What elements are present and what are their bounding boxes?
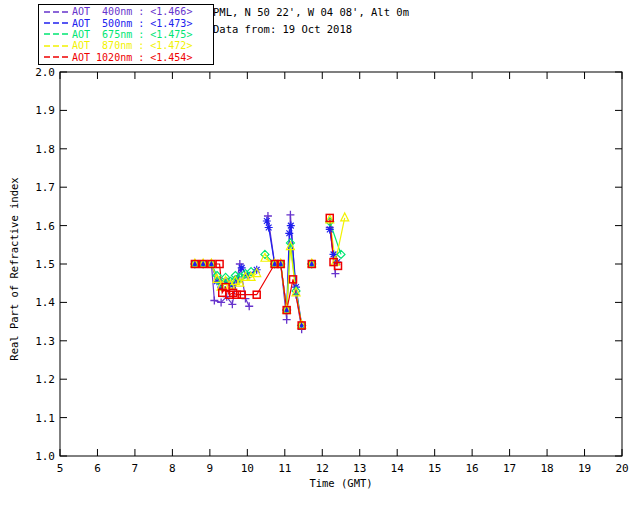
svg-text:1.9: 1.9	[35, 104, 55, 117]
svg-text:9: 9	[207, 462, 214, 475]
svg-text:18: 18	[540, 462, 553, 475]
legend-dash-icon	[43, 30, 69, 38]
svg-text:12: 12	[316, 462, 329, 475]
svg-text:7: 7	[132, 462, 139, 475]
legend-label: AOT 400nm : <1.466>	[72, 6, 192, 17]
legend-item-500nm: AOT 500nm : <1.473>	[43, 17, 213, 28]
svg-text:1.7: 1.7	[35, 181, 55, 194]
legend-item-870nm: AOT 870nm : <1.472>	[43, 40, 213, 51]
svg-text:1.5: 1.5	[35, 258, 55, 271]
legend-label: AOT 500nm : <1.473>	[72, 18, 192, 29]
aeronet-refractive-index-plot: 5678910111213141516171819201.01.11.21.31…	[0, 0, 640, 512]
svg-text:8: 8	[169, 462, 176, 475]
legend-item-1020nm: AOT 1020nm : <1.454>	[43, 52, 213, 63]
x-axis-title: Time (GMT)	[309, 477, 372, 489]
svg-text:1.4: 1.4	[35, 296, 55, 309]
legend-dash-icon	[43, 8, 69, 16]
svg-text:1.0: 1.0	[35, 450, 55, 463]
svg-text:1.8: 1.8	[35, 143, 55, 156]
svg-text:14: 14	[391, 462, 405, 475]
legend-item-400nm: AOT 400nm : <1.466>	[43, 6, 213, 17]
legend-dash-icon	[43, 42, 69, 50]
y-axis-title: Real Part of Refractive index	[8, 177, 20, 360]
svg-text:19: 19	[578, 462, 591, 475]
svg-text:2.0: 2.0	[35, 66, 55, 79]
legend-dash-icon	[43, 19, 69, 27]
svg-text:1.2: 1.2	[35, 373, 55, 386]
chart-canvas: 5678910111213141516171819201.01.11.21.31…	[0, 0, 640, 512]
legend-label: AOT 675nm : <1.475>	[72, 29, 192, 40]
data-date-text: Data from: 19 Oct 2018	[213, 23, 352, 35]
svg-text:17: 17	[503, 462, 516, 475]
legend-label: AOT 1020nm : <1.454>	[72, 52, 192, 63]
legend-dash-icon	[43, 53, 69, 61]
svg-text:5: 5	[57, 462, 64, 475]
svg-text:10: 10	[241, 462, 254, 475]
legend-label: AOT 870nm : <1.472>	[72, 40, 192, 51]
svg-text:1.6: 1.6	[35, 220, 55, 233]
svg-text:20: 20	[615, 462, 628, 475]
svg-text:13: 13	[353, 462, 366, 475]
svg-text:1.3: 1.3	[35, 335, 55, 348]
legend-item-675nm: AOT 675nm : <1.475>	[43, 29, 213, 40]
svg-text:11: 11	[278, 462, 291, 475]
svg-text:15: 15	[428, 462, 441, 475]
svg-text:16: 16	[466, 462, 479, 475]
legend-box: AOT 400nm : <1.466> AOT 500nm : <1.473> …	[38, 4, 214, 65]
site-location-text: PML, N 50 22', W 04 08', Alt 0m	[213, 6, 409, 18]
svg-text:1.1: 1.1	[35, 412, 55, 425]
svg-text:6: 6	[94, 462, 101, 475]
